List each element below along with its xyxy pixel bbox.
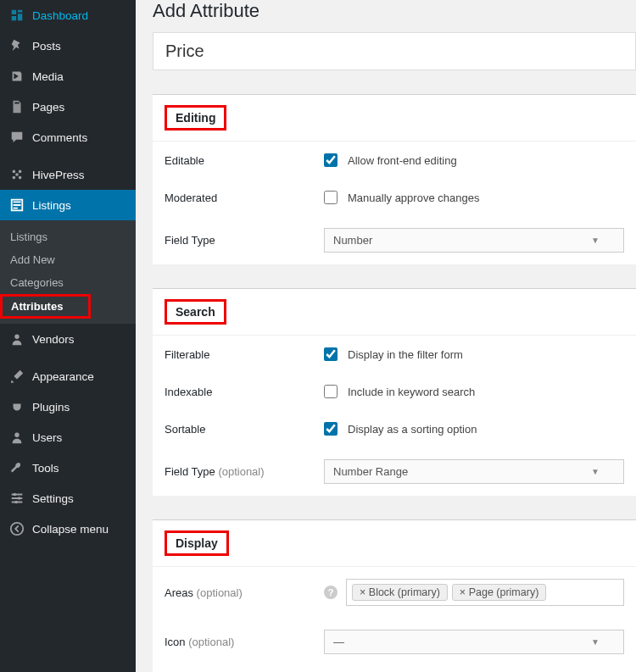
tag-page-primary[interactable]: × Page (primary) [452,584,546,601]
label-filterable: Filterable [165,348,324,361]
label-sortable: Sortable [165,423,324,436]
sidebar-item-dashboard[interactable]: Dashboard [0,0,136,31]
section-display: Display Areas (optional) ? × Block (prim… [153,519,636,672]
wrench-icon [8,459,25,476]
submenu-attributes[interactable]: Attributes [0,294,136,319]
checkbox-sortable[interactable] [324,422,338,436]
svg-point-4 [15,173,19,176]
submenu-add-new[interactable]: Add New [0,248,136,271]
brush-icon [8,368,25,385]
select-edit-field-type[interactable]: Number ▼ [324,228,624,253]
sidebar-label-collapse: Collapse menu [32,523,109,536]
sidebar-label-users: Users [32,431,62,444]
sidebar-item-tools[interactable]: Tools [0,453,136,483]
submenu-categories[interactable]: Categories [0,271,136,294]
label-text-search-field-type: Field Type [165,465,215,478]
listings-submenu: Listings Add New Categories Attributes [0,220,136,324]
section-heading-search: Search [153,289,636,336]
sidebar-label-dashboard: Dashboard [32,9,88,22]
select-search-field-type[interactable]: Number Range ▼ [324,459,624,484]
section-heading-display: Display [153,520,636,567]
page-title: Add Attribute [153,0,636,22]
sidebar-item-comments[interactable]: Comments [0,122,136,153]
highlight-search: Search [165,299,226,325]
svg-point-0 [13,170,16,174]
tag-remove-icon: × [460,586,466,598]
label-areas: Areas (optional) [165,586,324,599]
sidebar-item-vendors[interactable]: Vendors [0,324,136,354]
plug-icon [8,398,25,415]
sidebar-item-posts[interactable]: Posts [0,31,136,61]
checklabel-editable: Allow front-end editing [348,154,457,167]
sidebar-label-media: Media [32,70,64,83]
chevron-down-icon: ▼ [591,236,600,245]
checklabel-indexable: Include in keyword search [348,386,475,398]
label-indexable: Indexable [165,386,324,398]
highlight-editing: Editing [165,105,226,131]
row-filterable: Filterable Display in the filter form [153,336,636,373]
tag-remove-icon: × [360,586,365,598]
select-icon[interactable]: — ▼ [324,630,624,654]
collapse-icon [8,520,25,537]
sidebar-label-settings: Settings [32,492,74,505]
svg-point-5 [14,335,19,339]
checkbox-filterable[interactable] [324,347,338,361]
tag-label-block: Block (primary) [369,586,440,598]
vendors-icon [8,330,25,347]
svg-point-8 [18,497,21,500]
label-moderated: Moderated [165,192,324,204]
dashboard-icon [8,7,25,24]
sidebar-label-appearance: Appearance [32,370,94,383]
row-search-field-type: Field Type (optional) Number Range ▼ [153,447,636,496]
section-editing: Editing Editable Allow front-end editing… [153,94,636,264]
sidebar-item-hivepress[interactable]: HivePress [0,159,136,190]
sidebar-item-pages[interactable]: Pages [0,92,136,122]
tag-label-page: Page (primary) [469,586,539,598]
submenu-listings[interactable]: Listings [0,225,136,248]
sidebar-item-listings[interactable]: Listings [0,190,136,220]
label-editable: Editable [165,154,324,167]
checkbox-indexable[interactable] [324,385,338,398]
areas-tags-input[interactable]: × Block (primary) × Page (primary) [346,579,624,606]
help-icon[interactable]: ? [324,586,338,599]
svg-point-1 [19,170,22,174]
chevron-down-icon: ▼ [591,467,600,476]
row-indexable: Indexable Include in keyword search [153,373,636,410]
sidebar-item-collapse[interactable]: Collapse menu [0,514,136,544]
checkbox-moderated[interactable] [324,191,338,204]
row-edit-field-type: Field Type Number ▼ [153,216,636,264]
svg-point-6 [14,433,19,437]
sidebar-item-plugins[interactable]: Plugins [0,392,136,422]
sliders-icon [8,490,25,507]
main-content: Add Attribute Editing Editable Allow fro… [136,0,636,672]
sidebar-label-hivepress: HivePress [32,169,85,181]
attribute-title-input[interactable] [153,32,636,70]
label-edit-field-type: Field Type [165,234,324,247]
pin-icon [8,37,25,54]
svg-point-3 [19,176,22,180]
row-format: Format (optional) ? $%value% / month [153,666,636,672]
sidebar-label-pages: Pages [32,101,64,114]
highlight-attributes: Attributes [0,294,91,319]
label-text-areas: Areas [165,586,193,599]
optional-areas: (optional) [197,586,243,599]
sidebar-item-media[interactable]: Media [0,61,136,92]
sidebar-label-vendors: Vendors [32,333,75,346]
users-icon [8,429,25,446]
row-areas: Areas (optional) ? × Block (primary) × P… [153,567,636,618]
sidebar-label-comments: Comments [32,131,87,144]
checkbox-editable[interactable] [324,153,338,167]
media-icon [8,68,25,85]
checklabel-filterable: Display in the filter form [348,348,463,361]
sidebar-item-appearance[interactable]: Appearance [0,361,136,392]
row-icon: Icon (optional) — ▼ [153,618,636,666]
select-value-search-field-type: Number Range [333,465,408,478]
sidebar-item-users[interactable]: Users [0,422,136,453]
label-search-field-type: Field Type (optional) [165,465,324,478]
tag-block-primary[interactable]: × Block (primary) [352,584,448,601]
row-editable: Editable Allow front-end editing [153,142,636,179]
svg-point-9 [14,501,18,504]
section-search: Search Filterable Display in the filter … [153,288,636,496]
label-icon: Icon (optional) [165,636,324,648]
sidebar-item-settings[interactable]: Settings [0,483,136,514]
